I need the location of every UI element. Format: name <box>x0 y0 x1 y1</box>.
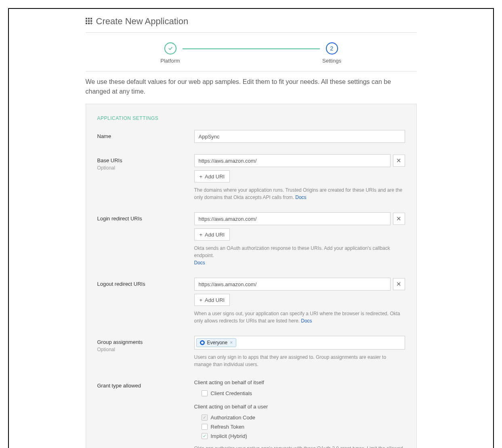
step-settings-label: Settings <box>322 58 341 64</box>
field-name: Name <box>97 130 405 143</box>
base-uris-docs-link[interactable]: Docs <box>295 195 306 200</box>
svg-rect-7 <box>88 23 90 24</box>
base-uris-helper: The domains where your application runs.… <box>194 186 405 201</box>
base-uri-input[interactable] <box>194 154 391 167</box>
logout-uri-input[interactable] <box>194 278 391 291</box>
name-label: Name <box>97 130 194 140</box>
stepper: Platform 2 Settings <box>86 33 417 71</box>
page-title: Create New Application <box>86 16 417 27</box>
field-base-uris: Base URIs Optional ✕ + Add URI The domai… <box>97 154 405 201</box>
add-base-uri-button[interactable]: + Add URI <box>194 170 230 182</box>
grant-user-heading: Client acting on behalf of a user <box>194 404 405 410</box>
grant-client-credentials-row[interactable]: Client Credentials <box>194 389 405 398</box>
remove-group-icon[interactable]: × <box>230 340 233 345</box>
grant-authorization-code-row[interactable]: ✓ Authorization Code <box>194 413 405 422</box>
grant-implicit-row[interactable]: ✓ Implicit (Hybrid) <box>194 431 405 441</box>
login-uris-label: Login redirect URIs <box>97 212 194 222</box>
plus-icon: + <box>200 232 203 238</box>
grant-refresh-token-row[interactable]: Refresh Token <box>194 422 405 431</box>
step-settings: 2 Settings <box>320 42 344 64</box>
groups-label: Group assignments Optional <box>97 336 194 353</box>
field-group-assignments: Group assignments Optional Everyone × Us… <box>97 336 405 368</box>
checkbox-checked-disabled-icon: ✓ <box>202 415 208 421</box>
grant-type-label: Grant type allowed <box>97 379 194 389</box>
add-logout-uri-button[interactable]: + Add URI <box>194 294 230 306</box>
step-platform: Platform <box>158 42 183 64</box>
field-logout-uris: Logout redirect URIs ✕ + Add URI When a … <box>97 278 405 324</box>
checkbox-checked-icon: ✓ <box>202 433 208 439</box>
logout-uris-label: Logout redirect URIs <box>97 278 194 288</box>
logout-uris-helper: When a user signs out, your application … <box>194 310 405 324</box>
svg-rect-6 <box>86 23 87 24</box>
groups-helper: Users can only sign in to apps that they… <box>194 354 405 368</box>
logout-uris-docs-link[interactable]: Docs <box>301 318 312 324</box>
step-settings-number: 2 <box>326 42 338 54</box>
field-login-uris: Login redirect URIs ✕ + Add URI Okta sen… <box>97 212 405 266</box>
remove-logout-uri-button[interactable]: ✕ <box>393 278 405 290</box>
check-icon <box>164 42 176 54</box>
section-title: APPLICATION SETTINGS <box>97 115 405 121</box>
plus-icon: + <box>200 174 203 180</box>
svg-rect-3 <box>86 20 87 22</box>
step-platform-label: Platform <box>160 58 180 64</box>
base-uris-label: Base URIs Optional <box>97 154 194 172</box>
close-icon: ✕ <box>396 215 401 222</box>
add-login-uri-button[interactable]: + Add URI <box>194 228 230 241</box>
login-uris-docs-link[interactable]: Docs <box>194 260 205 266</box>
close-icon: ✕ <box>396 281 401 288</box>
svg-rect-4 <box>88 20 90 22</box>
group-pill-everyone: Everyone × <box>196 338 237 347</box>
close-icon: ✕ <box>396 157 401 164</box>
plus-icon: + <box>200 297 203 303</box>
group-icon <box>200 340 205 345</box>
checkbox-unchecked-icon <box>202 390 208 396</box>
settings-panel: APPLICATION SETTINGS Name Base URIs Opti… <box>86 104 417 448</box>
svg-rect-5 <box>90 20 92 22</box>
grant-self-heading: Client acting on behalf of itself <box>194 379 405 385</box>
name-input[interactable] <box>194 130 405 143</box>
svg-rect-0 <box>86 18 87 19</box>
login-uris-helper: Okta sends an OAuth authorization respon… <box>194 245 405 266</box>
checkbox-unchecked-icon <box>202 424 208 430</box>
svg-rect-2 <box>90 18 92 19</box>
step-line <box>183 48 320 49</box>
login-uri-input[interactable] <box>194 212 391 225</box>
intro-text: We use these default values for our web … <box>86 71 417 104</box>
remove-login-uri-button[interactable]: ✕ <box>393 213 405 225</box>
grants-helper: Okta can authorize your native app's req… <box>194 445 405 448</box>
svg-rect-1 <box>88 18 90 19</box>
groups-input[interactable]: Everyone × <box>194 336 405 350</box>
page-title-text: Create New Application <box>96 16 189 27</box>
apps-add-icon <box>86 18 93 25</box>
field-grant-type: Grant type allowed Client acting on beha… <box>97 379 405 448</box>
remove-base-uri-button[interactable]: ✕ <box>393 155 405 167</box>
